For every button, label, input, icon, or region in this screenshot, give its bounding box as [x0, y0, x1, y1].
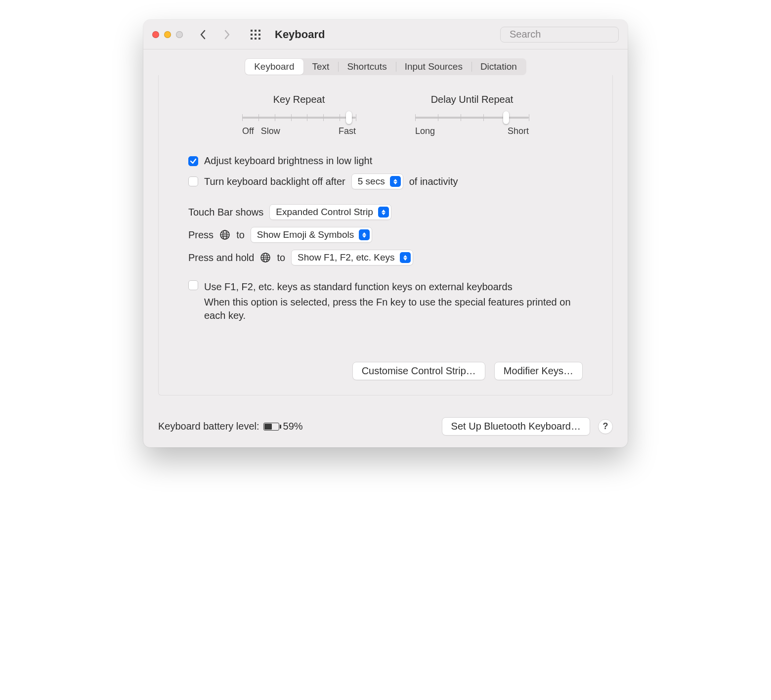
backlight-off-popup[interactable]: 5 secs — [351, 174, 403, 189]
svg-rect-6 — [251, 38, 253, 40]
tab-bar: Keyboard Text Shortcuts Input Sources Di… — [143, 49, 628, 75]
tab-text[interactable]: Text — [303, 59, 339, 75]
key-repeat-fast-label: Fast — [339, 126, 356, 136]
touch-bar-popup[interactable]: Expanded Control Strip — [269, 204, 391, 220]
globe-icon — [219, 229, 230, 240]
chevron-updown-icon — [359, 229, 370, 240]
backlight-off-value: 5 secs — [358, 176, 385, 187]
close-icon[interactable] — [152, 31, 159, 38]
bottom-bar: Keyboard battery level: 59% Set Up Bluet… — [143, 410, 628, 447]
fn-std-row: Use F1, F2, etc. keys as standard functi… — [188, 280, 583, 322]
prefs-window: Keyboard Keyboard Text Shortcuts Input S… — [143, 20, 628, 447]
backlight-off-label-after: of inactivity — [409, 176, 458, 187]
svg-rect-8 — [258, 38, 260, 40]
key-repeat-label: Key Repeat — [273, 94, 325, 105]
window-controls — [152, 31, 183, 38]
svg-rect-2 — [258, 30, 260, 32]
modifier-keys-button[interactable]: Modifier Keys… — [494, 362, 583, 380]
tab-shortcuts[interactable]: Shortcuts — [338, 59, 395, 75]
svg-rect-4 — [255, 34, 257, 36]
adjust-brightness-checkbox[interactable] — [188, 156, 198, 166]
hold-globe-after: to — [277, 252, 285, 263]
touch-bar-row: Touch Bar shows Expanded Control Strip — [188, 204, 583, 220]
tabs: Keyboard Text Shortcuts Input Sources Di… — [245, 58, 526, 75]
options: Adjust keyboard brightness in low light … — [188, 150, 583, 322]
adjust-brightness-row: Adjust keyboard brightness in low light — [188, 155, 583, 167]
content-panel: Key Repeat Off Slow Fast Delay Until Rep… — [158, 75, 613, 395]
delay-repeat-group: Delay Until Repeat Long Short — [415, 94, 529, 136]
delay-repeat-slider[interactable] — [415, 111, 529, 123]
delay-long-label: Long — [415, 126, 435, 136]
key-repeat-slow-label: Slow — [261, 126, 280, 136]
adjust-brightness-label: Adjust keyboard brightness in low light — [204, 155, 372, 167]
hold-globe-row: Press and hold to Show F1, F2, etc. Keys — [188, 250, 583, 265]
fn-std-checkbox[interactable] — [188, 280, 198, 290]
delay-repeat-labels: Long Short — [415, 126, 529, 136]
hold-globe-before: Press and hold — [188, 252, 254, 263]
touch-bar-label: Touch Bar shows — [188, 207, 263, 218]
fn-std-help: When this option is selected, press the … — [204, 296, 580, 322]
search-field[interactable] — [500, 27, 619, 43]
battery-icon — [263, 423, 279, 431]
tab-input-sources[interactable]: Input Sources — [396, 59, 471, 75]
zoom-icon — [176, 31, 183, 38]
press-globe-before: Press — [188, 229, 214, 241]
window-title: Keyboard — [275, 28, 325, 41]
setup-bluetooth-keyboard-button[interactable]: Set Up Bluetooth Keyboard… — [442, 417, 590, 436]
chevron-updown-icon — [390, 176, 401, 187]
hold-globe-popup[interactable]: Show F1, F2, etc. Keys — [291, 250, 413, 265]
delay-repeat-label: Delay Until Repeat — [431, 94, 514, 105]
press-globe-popup[interactable]: Show Emoji & Symbols — [251, 227, 372, 243]
touch-bar-value: Expanded Control Strip — [276, 207, 373, 218]
tab-dictation[interactable]: Dictation — [471, 59, 526, 75]
battery-pct: 59% — [283, 421, 303, 432]
press-globe-row: Press to Show Emoji & Symbols — [188, 227, 583, 243]
forward-button — [219, 26, 234, 44]
key-repeat-labels: Off Slow Fast — [242, 126, 356, 136]
key-repeat-slider[interactable] — [242, 111, 356, 123]
press-globe-after: to — [236, 229, 245, 241]
sliders-row: Key Repeat Off Slow Fast Delay Until Rep… — [188, 75, 583, 150]
svg-rect-5 — [258, 34, 260, 36]
chevron-updown-icon — [400, 252, 411, 263]
press-globe-value: Show Emoji & Symbols — [257, 229, 354, 240]
panel-footer: Customise Control Strip… Modifier Keys… — [188, 362, 583, 380]
key-repeat-group: Key Repeat Off Slow Fast — [242, 94, 356, 136]
svg-rect-0 — [251, 30, 253, 32]
help-button[interactable]: ? — [598, 419, 613, 434]
backlight-off-label-before: Turn keyboard backlight off after — [204, 176, 345, 187]
svg-rect-7 — [255, 38, 257, 40]
chevron-updown-icon — [378, 207, 389, 218]
tab-keyboard[interactable]: Keyboard — [245, 59, 303, 75]
backlight-off-row: Turn keyboard backlight off after 5 secs… — [188, 174, 583, 189]
back-button[interactable] — [196, 26, 211, 44]
show-all-button[interactable] — [248, 26, 263, 44]
svg-rect-3 — [251, 34, 253, 36]
delay-short-label: Short — [508, 126, 529, 136]
search-input[interactable] — [510, 29, 628, 40]
customise-control-strip-button[interactable]: Customise Control Strip… — [352, 362, 485, 380]
key-repeat-off-label: Off — [242, 126, 254, 136]
toolbar: Keyboard — [143, 20, 628, 49]
fn-std-label: Use F1, F2, etc. keys as standard functi… — [204, 280, 580, 294]
minimize-icon[interactable] — [164, 31, 171, 38]
battery-label: Keyboard battery level: — [158, 421, 259, 432]
globe-icon — [260, 252, 271, 263]
svg-rect-1 — [255, 30, 257, 32]
backlight-off-checkbox[interactable] — [188, 176, 198, 186]
hold-globe-value: Show F1, F2, etc. Keys — [298, 252, 394, 263]
